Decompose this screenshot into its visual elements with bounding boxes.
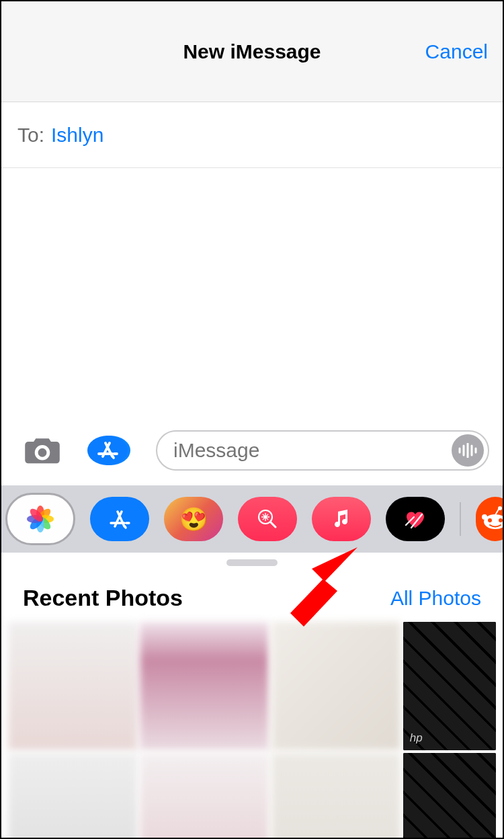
photo-thumb[interactable] [140,753,269,839]
to-recipient-chip[interactable]: Ishlyn [51,124,103,147]
svg-point-1 [87,436,128,465]
photo-thumb[interactable] [271,622,401,750]
photos-drawer-header: Recent Photos All Photos [1,566,503,619]
photo-thumb[interactable]: hp [403,753,496,839]
recent-photos-title: Recent Photos [23,585,183,611]
search-images-app-icon[interactable] [238,497,297,541]
svg-point-26 [498,506,502,510]
photo-thumb[interactable] [140,622,269,750]
photo-thumb[interactable]: hp [403,622,496,750]
drawer-grabber[interactable] [226,559,278,566]
to-field-row[interactable]: To: Ishlyn [1,102,503,168]
photo-thumb[interactable] [271,753,401,839]
to-label: To: [17,124,44,147]
svg-point-23 [482,514,487,520]
imessage-app-strip[interactable]: 😍 [1,485,503,553]
camera-icon[interactable] [23,435,62,466]
voice-record-button[interactable] [452,434,484,467]
music-app-icon[interactable] [312,497,371,541]
message-input[interactable] [173,439,452,462]
photo-thumb[interactable] [8,753,137,839]
audio-waveform-icon [458,443,478,458]
appstore-drawer-icon[interactable] [87,436,130,465]
svg-point-21 [488,518,492,522]
modal-header: New iMessage Cancel [1,1,503,102]
compose-row [1,432,503,469]
appstore-app-icon[interactable] [90,497,149,541]
photo-grid: hp hp [1,619,503,839]
all-photos-button[interactable]: All Photos [390,587,481,610]
conversation-area [1,168,503,420]
cancel-button[interactable]: Cancel [425,40,488,63]
digital-touch-app-icon[interactable] [386,497,445,541]
app-strip-divider [460,502,461,536]
photos-drawer[interactable]: Recent Photos All Photos hp hp [1,559,503,839]
message-input-wrap [156,430,489,471]
photo-thumb[interactable] [8,622,137,750]
memoji-app-icon[interactable]: 😍 [164,497,223,541]
reddit-app-icon[interactable] [476,497,504,541]
photos-app-icon[interactable] [5,493,75,545]
modal-title: New iMessage [183,40,321,63]
svg-point-22 [499,518,503,522]
svg-line-17 [271,522,276,527]
